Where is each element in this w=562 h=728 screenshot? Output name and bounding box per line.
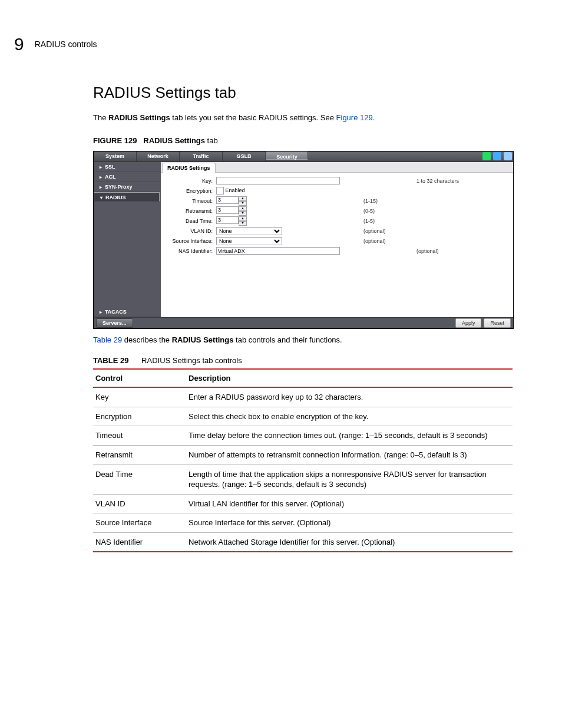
- cell-control: Encryption: [93, 407, 186, 426]
- figure-screenshot: System Network Traffic GSLB Security SSL…: [93, 151, 514, 329]
- cell-control: Retransmit: [93, 445, 186, 465]
- timeout-down-icon[interactable]: ▼: [239, 201, 247, 206]
- cell-control: Dead Time: [93, 465, 186, 494]
- subtab-bar: RADIUS Settings: [161, 162, 513, 173]
- cell-description: Number of attempts to retransmit connect…: [186, 445, 513, 465]
- figure-link[interactable]: Figure 129: [336, 113, 373, 122]
- cell-description: Virtual LAN identifier for this server. …: [186, 494, 513, 513]
- sidenav-ssl[interactable]: SSL: [94, 162, 161, 172]
- cell-control: Timeout: [93, 426, 186, 446]
- table-link[interactable]: Table 29: [93, 335, 122, 344]
- save-icon[interactable]: [493, 152, 501, 160]
- table-row: NAS IdentifierNetwork Attached Storage I…: [93, 532, 513, 552]
- deadtime-up-icon[interactable]: ▲: [239, 216, 247, 221]
- deadtime-label: Dead Time:: [166, 218, 216, 225]
- vlan-select[interactable]: None: [216, 227, 282, 235]
- cell-control: Source Interface: [93, 513, 186, 533]
- table-row: KeyEnter a RADIUS password key up to 32 …: [93, 387, 513, 407]
- cell-description: Length of time that the application skip…: [186, 465, 513, 494]
- retransmit-down-icon[interactable]: ▼: [239, 211, 247, 216]
- main-panel: RADIUS Settings Key: 1 to 32 characters …: [161, 162, 513, 317]
- retransmit-label: Retransmit:: [166, 207, 216, 215]
- figure-caption: FIGURE 129 RADIUS Settings tab: [93, 136, 548, 146]
- retransmit-hint: (0-5): [363, 207, 375, 215]
- figure-label: FIGURE 129: [93, 136, 137, 145]
- topnav-system[interactable]: System: [94, 151, 137, 162]
- encryption-label: Encryption:: [166, 187, 216, 195]
- vlan-label: VLAN ID:: [166, 228, 216, 235]
- topnav-network[interactable]: Network: [137, 151, 180, 162]
- cell-control: NAS Identifier: [93, 532, 186, 552]
- key-hint: 1 to 32 characters: [416, 177, 459, 185]
- retransmit-up-icon[interactable]: ▲: [239, 206, 247, 211]
- cell-description: Enter a RADIUS password key up to 32 cha…: [186, 387, 513, 407]
- cell-control: VLAN ID: [93, 494, 186, 513]
- key-label: Key:: [166, 177, 216, 185]
- button-bar: Servers... Apply Reset: [94, 317, 513, 328]
- topnav: System Network Traffic GSLB Security: [94, 151, 513, 162]
- table-label: TABLE 29: [93, 356, 128, 365]
- nas-input[interactable]: [216, 247, 340, 255]
- table-row: VLAN IDVirtual LAN identifier for this s…: [93, 494, 513, 513]
- intro-post: .: [373, 113, 375, 122]
- table-row: TimeoutTime delay before the connection …: [93, 426, 513, 446]
- intro-mid: tab lets you set the basic RADIUS settin…: [170, 113, 336, 122]
- intro-pre: The: [93, 113, 108, 122]
- figure-caption-tail: tab: [205, 136, 218, 145]
- controls-table: Control Description KeyEnter a RADIUS pa…: [93, 368, 513, 552]
- cell-description: Time delay before the connection times o…: [186, 426, 513, 446]
- cell-description: Network Attached Storage Identifier for …: [186, 532, 513, 552]
- encryption-text: Enabled: [226, 187, 245, 193]
- after-figure-tail: tab controls and their functions.: [233, 335, 342, 344]
- servers-button[interactable]: Servers...: [96, 318, 133, 328]
- subtab-radius-settings[interactable]: RADIUS Settings: [162, 163, 216, 173]
- encryption-checkbox[interactable]: [216, 187, 224, 195]
- cell-description: Select this check box to enable encrypti…: [186, 407, 513, 426]
- deadtime-hint: (1-5): [363, 218, 375, 225]
- cell-description: Source Interface for this server. (Optio…: [186, 513, 513, 533]
- retransmit-input[interactable]: [216, 206, 239, 214]
- timeout-input[interactable]: [216, 196, 239, 204]
- sidenav-acl[interactable]: ACL: [94, 172, 161, 182]
- table-row: RetransmitNumber of attempts to retransm…: [93, 445, 513, 465]
- apply-button[interactable]: Apply: [455, 318, 482, 328]
- nas-label: NAS Identifier:: [166, 248, 216, 255]
- timeout-label: Timeout:: [166, 197, 216, 205]
- intro-bold: RADIUS Settings: [108, 113, 170, 122]
- sidenav-radius[interactable]: RADIUS: [94, 192, 160, 202]
- sidenav-tacacs[interactable]: TACACS: [94, 307, 161, 317]
- cell-control: Key: [93, 387, 186, 407]
- sidenav: SSL ACL SYN-Proxy RADIUS TACACS: [94, 162, 161, 317]
- nas-hint: (optional): [416, 248, 439, 255]
- srcif-label: Source Interface:: [166, 238, 216, 245]
- timeout-up-icon[interactable]: ▲: [239, 196, 247, 201]
- key-input[interactable]: [216, 177, 340, 185]
- topnav-traffic[interactable]: Traffic: [180, 151, 223, 162]
- figure-caption-bold: RADIUS Settings: [143, 136, 205, 145]
- th-control: Control: [93, 369, 186, 388]
- topnav-security[interactable]: Security: [266, 151, 308, 160]
- after-figure-mid: describes the: [122, 335, 172, 344]
- running-header: 9 RADIUS controls: [14, 32, 548, 57]
- deadtime-down-icon[interactable]: ▼: [239, 221, 247, 226]
- table-caption: TABLE 29 RADIUS Settings tab controls: [93, 355, 548, 366]
- intro-paragraph: The RADIUS Settings tab lets you set the…: [93, 113, 548, 123]
- timeout-hint: (1-15): [363, 197, 378, 205]
- table-row: Source InterfaceSource Interface for thi…: [93, 513, 513, 533]
- topnav-gslb[interactable]: GSLB: [223, 151, 266, 162]
- srcif-select[interactable]: None: [216, 237, 282, 245]
- refresh-icon[interactable]: [482, 152, 491, 160]
- after-figure-paragraph: Table 29 describes the RADIUS Settings t…: [93, 335, 548, 345]
- vlan-hint: (optional): [363, 228, 386, 235]
- sidenav-synproxy[interactable]: SYN-Proxy: [94, 182, 161, 192]
- chapter-title: RADIUS controls: [35, 39, 97, 50]
- after-figure-bold: RADIUS Settings: [172, 335, 234, 344]
- table-row: Dead TimeLength of time that the applica…: [93, 465, 513, 494]
- help-icon[interactable]: [504, 152, 512, 160]
- deadtime-input[interactable]: [216, 216, 239, 224]
- chapter-number: 9: [14, 32, 24, 57]
- srcif-hint: (optional): [363, 238, 386, 245]
- section-title: RADIUS Settings tab: [93, 83, 548, 103]
- table-row: EncryptionSelect this check box to enabl…: [93, 407, 513, 426]
- reset-button[interactable]: Reset: [484, 318, 511, 328]
